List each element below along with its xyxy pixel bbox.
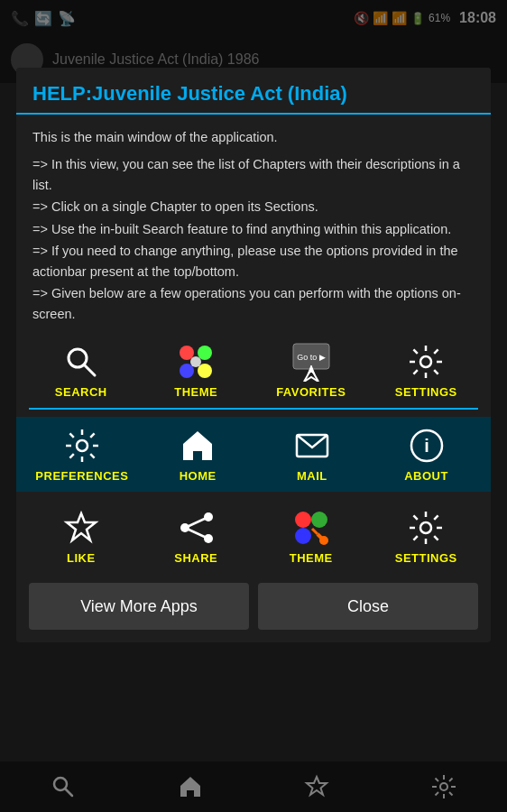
theme-label: THEME xyxy=(174,385,217,399)
close-button[interactable]: Close xyxy=(258,583,478,630)
svg-line-53 xyxy=(414,536,418,540)
view-more-apps-button[interactable]: View More Apps xyxy=(29,583,249,630)
svg-line-27 xyxy=(90,434,94,438)
svg-line-18 xyxy=(434,350,438,354)
settings-label-1: SETTINGS xyxy=(395,385,457,399)
info-icon: i xyxy=(407,426,447,466)
svg-line-16 xyxy=(414,350,418,354)
preferences-label: PREFERENCES xyxy=(35,469,128,483)
body-line-3: => Use the in-built Search feature to fi… xyxy=(32,219,475,239)
svg-line-52 xyxy=(434,516,438,520)
home-label: HOME xyxy=(180,469,217,483)
theme-icon xyxy=(176,342,216,382)
svg-point-40 xyxy=(311,512,327,528)
svg-line-25 xyxy=(69,434,73,438)
svg-line-50 xyxy=(414,516,418,520)
dialog-buttons: View More Apps Close xyxy=(16,574,491,642)
icon-settings-1[interactable]: SETTINGS xyxy=(381,342,471,399)
svg-text:i: i xyxy=(424,436,429,456)
icon-search[interactable]: SEARCH xyxy=(36,342,126,399)
search-label: SEARCH xyxy=(55,385,107,399)
dialog-title-bar: HELP:Juvenile Justice Act (India) xyxy=(16,68,491,115)
icon-theme[interactable]: THEME xyxy=(151,342,241,399)
like-icon xyxy=(61,508,101,548)
svg-text:Go to ▶: Go to ▶ xyxy=(297,353,326,362)
svg-marker-29 xyxy=(183,431,212,460)
preferences-icon xyxy=(62,426,102,466)
home-icon xyxy=(178,426,217,466)
share-label: SHARE xyxy=(174,551,217,565)
icon-like[interactable]: LIKE xyxy=(36,508,126,565)
svg-line-1 xyxy=(84,364,95,375)
theme2-icon xyxy=(291,508,331,548)
mail-label: MAIL xyxy=(297,469,327,483)
dialog-title: HELP:Juvenile Justice Act (India) xyxy=(32,82,475,106)
svg-line-19 xyxy=(414,370,418,374)
svg-point-39 xyxy=(295,512,311,528)
icon-favorites[interactable]: Go to ▶ FAVORITES xyxy=(266,342,356,399)
settings-icon xyxy=(406,342,446,382)
svg-line-51 xyxy=(434,536,438,540)
about-label: ABOUT xyxy=(404,469,448,483)
icon-row-3: LIKE SHARE xyxy=(16,499,491,574)
icon-share[interactable]: SHARE xyxy=(151,508,241,565)
svg-marker-33 xyxy=(67,513,96,540)
share-icon xyxy=(176,508,216,548)
settings2-icon xyxy=(406,508,446,548)
body-line-1: => In this view, you can see the list of… xyxy=(32,154,475,195)
icon-home[interactable]: HOME xyxy=(152,426,243,483)
body-line-4: => If you need to change anything, pleas… xyxy=(32,241,475,281)
svg-point-41 xyxy=(295,528,311,544)
theme2-label: THEME xyxy=(290,551,333,565)
dialog-body: This is the main window of the applicati… xyxy=(16,115,491,333)
icon-about[interactable]: i ABOUT xyxy=(382,426,472,483)
divider xyxy=(29,408,478,410)
help-dialog: HELP:Juvenile Justice Act (India) This i… xyxy=(16,68,491,642)
settings2-label: SETTINGS xyxy=(395,551,457,565)
body-line-2: => Click on a single Chapter to open its… xyxy=(32,197,475,217)
svg-line-44 xyxy=(312,529,318,534)
mail-icon xyxy=(292,426,332,466)
svg-point-43 xyxy=(319,536,328,545)
svg-point-5 xyxy=(198,364,212,378)
svg-line-37 xyxy=(185,517,208,528)
svg-point-4 xyxy=(180,364,194,378)
icon-preferences[interactable]: PREFERENCES xyxy=(35,426,128,483)
search-icon xyxy=(61,342,101,382)
svg-line-26 xyxy=(90,454,94,457)
svg-point-6 xyxy=(190,356,201,367)
svg-point-11 xyxy=(420,356,431,367)
favorites-icon: Go to ▶ xyxy=(291,342,331,382)
svg-line-28 xyxy=(69,454,73,457)
svg-line-38 xyxy=(185,528,208,539)
like-label: LIKE xyxy=(67,551,96,565)
icon-mail[interactable]: MAIL xyxy=(267,426,357,483)
svg-point-3 xyxy=(198,346,212,360)
favorites-label: FAVORITES xyxy=(276,385,346,399)
svg-point-2 xyxy=(180,346,194,360)
icon-settings-2[interactable]: SETTINGS xyxy=(381,508,471,565)
body-intro: This is the main window of the applicati… xyxy=(32,127,475,147)
icon-row-2: PREFERENCES HOME MAIL i xyxy=(16,417,491,492)
icon-theme-2[interactable]: THEME xyxy=(266,508,356,565)
icon-row-1: SEARCH THEME Go to ▶ xyxy=(16,333,491,408)
svg-point-20 xyxy=(77,440,88,451)
svg-point-45 xyxy=(420,522,431,533)
body-line-5: => Given below are a few operations you … xyxy=(32,283,475,324)
svg-line-17 xyxy=(434,370,438,374)
